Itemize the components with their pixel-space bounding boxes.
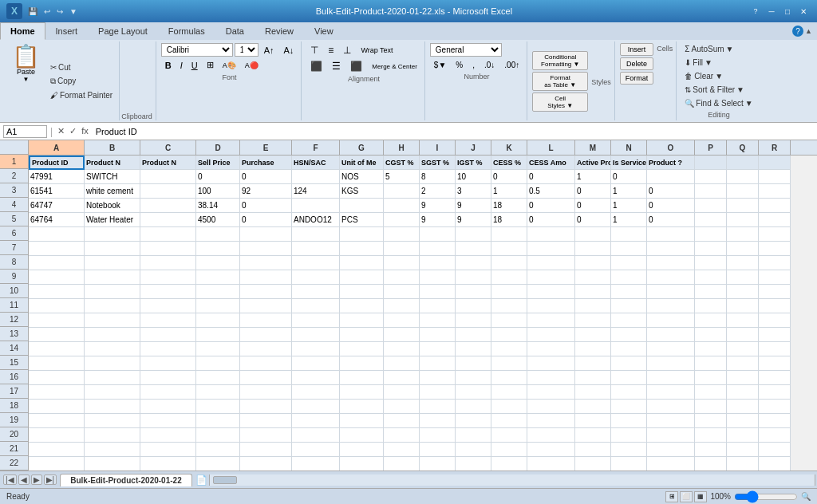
cell-16-18[interactable] [759,371,791,385]
cell-17-10[interactable] [456,385,491,400]
ribbon-toggle-btn[interactable]: ? [748,5,763,18]
row-header-20[interactable]: 20 [0,427,29,442]
quick-redo-btn[interactable]: ↪ [54,6,65,17]
cell-21-6[interactable] [292,443,340,457]
row-header-5[interactable]: 5 [0,212,29,226]
cell-20-4[interactable] [196,428,240,443]
paste-button[interactable]: 📋 Paste ▼ [6,43,45,119]
cell-6-6[interactable] [292,227,340,242]
cell-2-9[interactable]: 8 [420,170,456,184]
cell-18-1[interactable] [29,400,85,414]
cell-21-10[interactable] [456,443,491,457]
cell-8-12[interactable] [527,256,575,270]
clear-btn[interactable]: 🗑 Clear ▼ [681,70,756,82]
cell-5-11[interactable]: 18 [491,213,527,227]
cell-2-13[interactable]: 1 [575,170,611,184]
restore-btn[interactable]: □ [780,5,795,18]
cell-6-18[interactable] [759,227,791,242]
cell-8-11[interactable] [491,256,527,270]
cell-4-8[interactable] [384,199,420,213]
cell-22-18[interactable] [759,457,791,471]
tab-review[interactable]: Review [255,22,304,40]
cell-15-13[interactable] [575,356,611,371]
cell-17-18[interactable] [759,385,791,400]
cell-5-7[interactable]: PCS [340,213,384,227]
cell-2-18[interactable] [759,170,791,184]
cell-15-4[interactable] [196,356,240,371]
cell-6-5[interactable] [240,227,292,242]
cell-9-5[interactable] [240,270,292,285]
cell-17-8[interactable] [384,385,420,400]
cell-17-2[interactable] [85,385,140,400]
row-header-3[interactable]: 3 [0,183,29,198]
cell-21-4[interactable] [196,443,240,457]
align-center-btn[interactable]: ☰ [328,59,345,73]
cell-3-8[interactable] [384,184,420,199]
cell-11-9[interactable] [420,299,456,313]
cell-17-11[interactable] [491,385,527,400]
cell-12-4[interactable] [196,313,240,328]
cell-20-12[interactable] [527,428,575,443]
cell-4-2[interactable]: Notebook [85,199,140,213]
cell-22-6[interactable] [292,457,340,471]
cell-5-3[interactable] [140,213,196,227]
cell-1-4[interactable]: Sell Price [196,156,240,170]
tab-insert[interactable]: Insert [45,22,89,40]
align-top-btn[interactable]: ⊤ [306,43,322,57]
cell-19-8[interactable] [384,414,420,428]
cell-9-8[interactable] [384,270,420,285]
cell-22-11[interactable] [491,457,527,471]
cell-12-1[interactable] [29,313,85,328]
dollar-btn[interactable]: $▼ [430,59,450,71]
cell-6-7[interactable] [340,227,384,242]
cell-1-14[interactable]: Is Service [611,156,647,170]
cell-6-8[interactable] [384,227,420,242]
cell-10-8[interactable] [384,285,420,299]
col-header-k[interactable]: K [491,140,527,155]
cell-18-17[interactable] [727,400,759,414]
cell-18-15[interactable] [647,400,695,414]
dec-inc-btn[interactable]: .0↓ [480,59,499,71]
cell-10-6[interactable] [292,285,340,299]
cell-3-10[interactable]: 3 [456,184,491,199]
cell-3-2[interactable]: white cement [85,184,140,199]
cell-3-11[interactable]: 1 [491,184,527,199]
cell-18-8[interactable] [384,400,420,414]
cell-21-9[interactable] [420,443,456,457]
cell-3-6[interactable]: 124 [292,184,340,199]
cell-6-9[interactable] [420,227,456,242]
cell-18-2[interactable] [85,400,140,414]
cell-18-12[interactable] [527,400,575,414]
grid-scroll[interactable]: Product IDProduct NProduct NSell PricePu… [29,156,817,471]
cell-10-13[interactable] [575,285,611,299]
cell-4-13[interactable]: 0 [575,199,611,213]
cell-13-15[interactable] [647,328,695,342]
dec-dec-btn[interactable]: .00↑ [500,59,523,71]
cell-14-1[interactable] [29,342,85,356]
cell-1-10[interactable]: IGST % [456,156,491,170]
cell-22-9[interactable] [420,457,456,471]
cell-10-14[interactable] [611,285,647,299]
col-header-g[interactable]: G [340,140,384,155]
row-header-8[interactable]: 8 [0,255,29,270]
cell-1-11[interactable]: CESS % [491,156,527,170]
cell-15-7[interactable] [340,356,384,371]
cell-20-16[interactable] [695,428,727,443]
font-shrink-btn[interactable]: A↓ [280,44,298,57]
cell-9-15[interactable] [647,270,695,285]
cell-3-16[interactable] [695,184,727,199]
h-scrollbar[interactable] [209,474,815,486]
cell-16-4[interactable] [196,371,240,385]
cell-11-13[interactable] [575,299,611,313]
cell-22-5[interactable] [240,457,292,471]
cell-7-14[interactable] [611,242,647,256]
cell-8-8[interactable] [384,256,420,270]
cell-8-7[interactable] [340,256,384,270]
cell-17-16[interactable] [695,385,727,400]
cell-20-2[interactable] [85,428,140,443]
cell-13-6[interactable] [292,328,340,342]
cell-16-14[interactable] [611,371,647,385]
quick-save[interactable]: 💾 ↩ ↪ ▼ [26,6,80,17]
cell-7-6[interactable] [292,242,340,256]
cell-1-7[interactable]: Unit of Me [340,156,384,170]
